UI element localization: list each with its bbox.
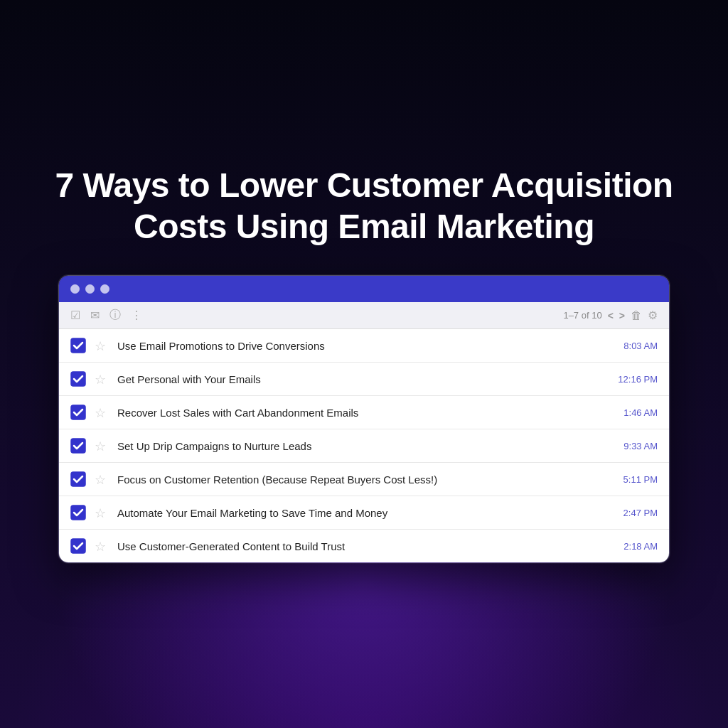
email-subject[interactable]: Recover Lost Sales with Cart Abandonment… — [117, 407, 615, 419]
email-subject[interactable]: Use Email Promotions to Drive Conversion… — [117, 340, 615, 352]
toolbar-more-icon[interactable]: ⋮ — [131, 309, 142, 322]
email-time: 1:46 AM — [623, 407, 658, 418]
email-time: 12:16 PM — [618, 374, 658, 385]
email-row[interactable]: ☆ Focus on Customer Retention (Because R… — [59, 463, 669, 496]
star-icon[interactable]: ☆ — [95, 338, 109, 353]
toolbar-settings-icon[interactable]: ⚙ — [648, 309, 658, 322]
toolbar-left: ☑ ✉ ⓘ ⋮ — [70, 308, 142, 323]
browser-titlebar — [59, 276, 669, 302]
checkbox-icon[interactable] — [70, 438, 86, 454]
email-time: 2:47 PM — [623, 508, 658, 518]
email-time: 2:18 AM — [623, 541, 658, 552]
toolbar-right: 1–7 of 10 < > 🗑 ⚙ — [563, 309, 658, 322]
toolbar-trash-icon[interactable]: 🗑 — [631, 309, 642, 322]
page-title: 7 Ways to Lower Customer Acquisition Cos… — [55, 165, 673, 247]
email-row[interactable]: ☆ Get Personal with Your Emails 12:16 PM — [59, 363, 669, 396]
pagination-text: 1–7 of 10 — [563, 310, 601, 321]
toolbar-checkbox-icon[interactable]: ☑ — [70, 309, 80, 322]
star-icon[interactable]: ☆ — [95, 472, 109, 486]
email-subject[interactable]: Get Personal with Your Emails — [117, 373, 609, 385]
email-row[interactable]: ☆ Automate Your Email Marketing to Save … — [59, 496, 669, 530]
star-icon[interactable]: ☆ — [95, 372, 109, 386]
star-icon[interactable]: ☆ — [95, 505, 109, 520]
email-time: 5:11 PM — [623, 474, 658, 485]
email-subject[interactable]: Use Customer-Generated Content to Build … — [117, 540, 615, 552]
window-dot-2 — [85, 284, 95, 294]
checkbox-icon[interactable] — [70, 538, 86, 554]
toolbar-info-icon[interactable]: ⓘ — [109, 308, 121, 323]
next-page-button[interactable]: > — [619, 310, 625, 321]
prev-page-button[interactable]: < — [608, 310, 614, 321]
star-icon[interactable]: ☆ — [95, 405, 109, 419]
checkbox-icon[interactable] — [70, 371, 86, 387]
email-row[interactable]: ☆ Recover Lost Sales with Cart Abandonme… — [59, 396, 669, 429]
email-time: 8:03 AM — [623, 341, 658, 351]
toolbar-mail-icon[interactable]: ✉ — [90, 309, 100, 322]
main-content: 7 Ways to Lower Customer Acquisition Cos… — [44, 165, 684, 563]
window-dot-1 — [70, 284, 80, 294]
star-icon[interactable]: ☆ — [95, 439, 109, 453]
email-toolbar: ☑ ✉ ⓘ ⋮ 1–7 of 10 < > 🗑 ⚙ — [59, 302, 669, 329]
title-line1: 7 Ways to Lower Customer Acquisition — [55, 166, 673, 204]
checkbox-icon[interactable] — [70, 405, 86, 420]
browser-window: ☑ ✉ ⓘ ⋮ 1–7 of 10 < > 🗑 ⚙ — [58, 275, 670, 563]
email-subject[interactable]: Focus on Customer Retention (Because Rep… — [117, 473, 615, 486]
email-subject[interactable]: Set Up Drip Campaigns to Nurture Leads — [117, 440, 615, 452]
star-icon[interactable]: ☆ — [95, 539, 109, 553]
email-row[interactable]: ☆ Use Customer-Generated Content to Buil… — [59, 530, 669, 562]
email-row[interactable]: ☆ Set Up Drip Campaigns to Nurture Leads… — [59, 429, 669, 463]
checkbox-icon[interactable] — [70, 505, 86, 520]
email-row[interactable]: ☆ Use Email Promotions to Drive Conversi… — [59, 329, 669, 363]
email-subject[interactable]: Automate Your Email Marketing to Save Ti… — [117, 507, 615, 519]
checkbox-icon[interactable] — [70, 471, 86, 487]
window-dot-3 — [100, 284, 109, 294]
email-time: 9:33 AM — [623, 441, 658, 451]
email-list: ☆ Use Email Promotions to Drive Conversi… — [59, 329, 669, 562]
checkbox-icon[interactable] — [70, 338, 86, 353]
title-line2: Costs Using Email Marketing — [134, 208, 594, 245]
